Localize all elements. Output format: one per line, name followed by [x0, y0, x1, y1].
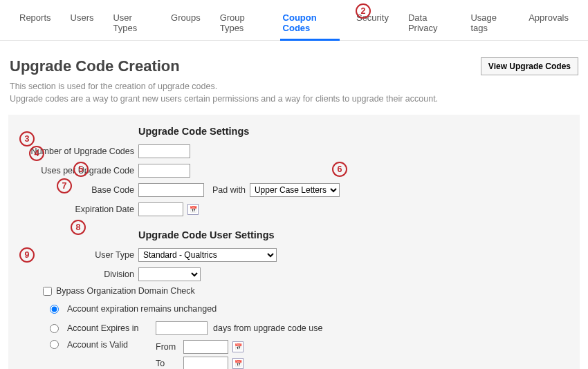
division-label: Division — [8, 269, 138, 279]
settings-panel: Upgrade Code Settings Number of Upgrade … — [8, 115, 580, 369]
page-title: Upgrade Code Creation — [10, 57, 180, 75]
radio-unchanged-label: Account expiration remains unchanged — [67, 304, 217, 314]
valid-to-input[interactable] — [183, 357, 228, 369]
pad-with-select[interactable]: Upper Case Letters — [250, 183, 340, 197]
nav-data-privacy[interactable]: Data Privacy — [398, 7, 461, 40]
calendar-icon[interactable]: 📅 — [232, 358, 244, 369]
view-upgrade-codes-button[interactable]: View Upgrade Codes — [481, 57, 578, 75]
calendar-icon[interactable]: 📅 — [187, 204, 199, 215]
num-codes-input[interactable] — [138, 144, 190, 158]
user-type-label: User Type — [8, 250, 138, 260]
expires-in-suffix: days from upgrade code use — [213, 323, 322, 333]
radio-valid-label: Account is Valid — [67, 340, 143, 350]
expires-in-days-input[interactable] — [156, 321, 208, 335]
bypass-domain-checkbox[interactable] — [43, 287, 52, 296]
nav-approvals[interactable]: Approvals — [519, 7, 578, 40]
calendar-icon[interactable]: 📅 — [232, 341, 244, 352]
uses-per-input[interactable] — [138, 164, 190, 178]
radio-valid-range[interactable] — [50, 340, 59, 349]
nav-coupon-codes[interactable]: Coupon Codes — [273, 7, 347, 40]
user-type-select[interactable]: Standard - Qualtrics — [138, 248, 277, 262]
nav-users[interactable]: Users — [61, 7, 104, 40]
radio-expires-in[interactable] — [50, 324, 59, 333]
upgrade-code-settings-title: Upgrade Code Settings — [138, 126, 580, 137]
bypass-domain-label: Bypass Organization Domain Check — [56, 286, 195, 296]
num-codes-label: Number of Upgrade Codes — [8, 146, 138, 156]
user-settings-title: Upgrade Code User Settings — [138, 229, 580, 240]
nav-reports[interactable]: Reports — [10, 7, 61, 40]
from-label: From — [156, 342, 179, 352]
expiration-date-label: Expiration Date — [8, 205, 138, 214]
valid-from-input[interactable] — [183, 340, 228, 354]
nav-usage-tags[interactable]: Usage tags — [461, 7, 519, 40]
to-label: To — [156, 359, 179, 368]
nav-group-types[interactable]: Group Types — [210, 7, 273, 40]
nav-groups[interactable]: Groups — [161, 7, 210, 40]
radio-unchanged[interactable] — [50, 305, 59, 314]
division-select[interactable] — [138, 267, 201, 281]
nav-security[interactable]: Security — [347, 7, 398, 40]
expiration-date-input[interactable] — [138, 202, 183, 216]
uses-per-label: Uses per Upgrade Code — [8, 166, 138, 176]
nav-user-types[interactable]: User Types — [103, 7, 161, 40]
base-code-label: Base Code — [8, 185, 138, 195]
help-text: This section is used for the creation of… — [0, 81, 588, 115]
pad-with-label: Pad with — [212, 185, 246, 195]
top-nav: Reports Users User Types Groups Group Ty… — [0, 0, 588, 41]
radio-expires-in-label: Account Expires in — [67, 323, 143, 333]
base-code-input[interactable] — [138, 183, 204, 197]
